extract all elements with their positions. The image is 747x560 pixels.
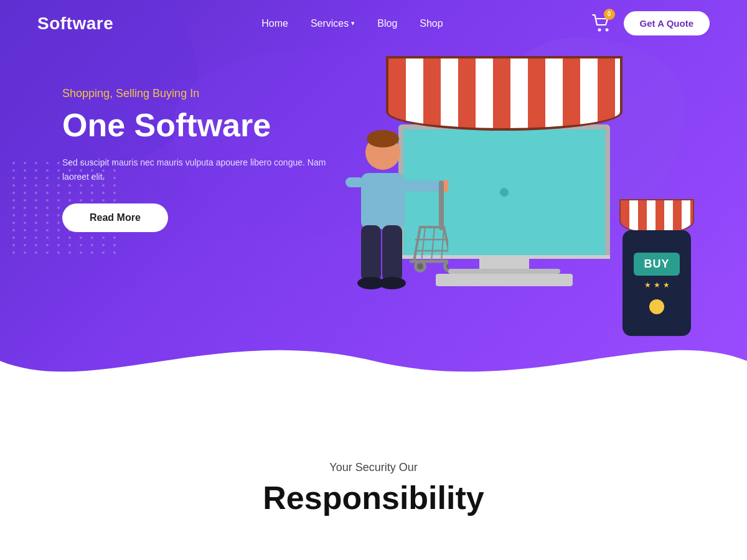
svg-rect-12 (439, 180, 444, 230)
monitor-foot (436, 274, 573, 286)
phone-home-button (649, 299, 664, 314)
bottom-title: Responsibility (263, 479, 484, 516)
monitor-dot (500, 188, 509, 197)
cart-badge: 0 (604, 9, 615, 20)
svg-point-1 (605, 28, 608, 31)
svg-line-15 (421, 227, 425, 261)
hero-illustration: BUY ★ ★ ★ (324, 31, 710, 355)
hero-content: Shopping, Selling Buying In One Software… (62, 87, 336, 232)
svg-line-16 (431, 227, 435, 261)
read-more-button[interactable]: Read More (62, 203, 168, 232)
nav-shop[interactable]: Shop (420, 18, 443, 29)
hero-description: Sed suscipit mauris nec mauris vulputa a… (62, 156, 336, 184)
person-illustration (324, 118, 448, 330)
get-quote-button[interactable]: Get A Quote (624, 11, 710, 35)
svg-rect-8 (361, 225, 381, 281)
svg-point-3 (367, 130, 399, 147)
nav-actions: 0 Get A Quote (591, 11, 710, 35)
bottom-section: Your Security Our Responsibility (0, 398, 747, 560)
nav-blog[interactable]: Blog (377, 18, 397, 29)
hero-section: const dp = document.querySelector('.dots… (0, 0, 747, 398)
header: Software Home Services ▾ Blog Shop 0 Get… (0, 0, 747, 47)
svg-point-11 (378, 277, 406, 289)
monitor-base (479, 259, 529, 269)
nav-home[interactable]: Home (261, 18, 288, 29)
star-2: ★ (654, 281, 660, 289)
svg-rect-9 (382, 225, 402, 281)
svg-point-19 (417, 263, 423, 269)
star-1: ★ (644, 281, 651, 289)
svg-line-17 (441, 227, 444, 261)
chevron-down-icon: ▾ (351, 19, 355, 27)
logo[interactable]: Software (37, 14, 113, 34)
person-cart-svg (324, 118, 448, 330)
navigation: Home Services ▾ Blog Shop (261, 18, 443, 29)
star-3: ★ (663, 281, 670, 289)
buy-stars: ★ ★ ★ (644, 281, 670, 289)
svg-rect-7 (345, 177, 364, 187)
cart-button[interactable]: 0 (591, 12, 611, 35)
monitor-stand (448, 269, 560, 274)
nav-services[interactable]: Services ▾ (311, 18, 355, 29)
buy-label: BUY (634, 253, 679, 276)
hero-title: One Software (62, 108, 336, 143)
svg-rect-4 (361, 173, 405, 229)
phone-body: BUY ★ ★ ★ (622, 230, 691, 336)
bottom-subtitle: Your Security Our (329, 461, 417, 474)
svg-point-0 (598, 28, 601, 31)
hero-subtitle: Shopping, Selling Buying In (62, 87, 336, 100)
phone-awning (619, 199, 694, 233)
phone-illustration: BUY ★ ★ ★ (616, 199, 697, 336)
